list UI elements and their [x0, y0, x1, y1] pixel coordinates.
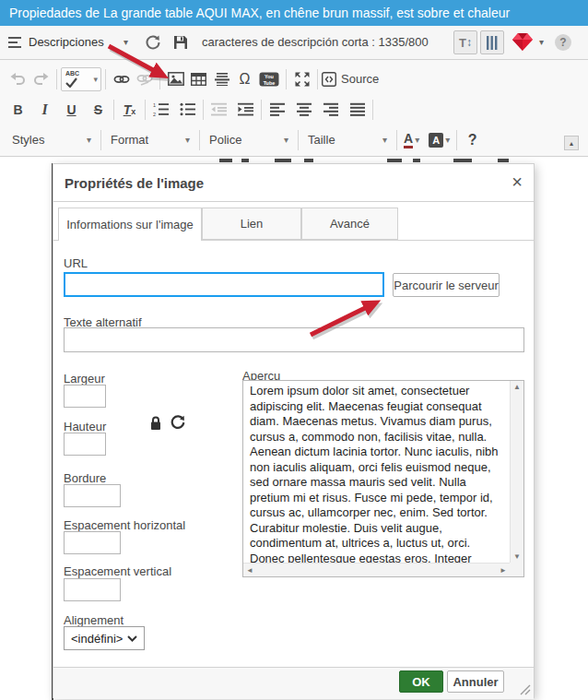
url-input[interactable]	[64, 272, 384, 297]
vertical-scrollbar[interactable]: ▲ ▼	[510, 381, 523, 563]
svg-text:1: 1	[153, 102, 156, 108]
descriptions-caret-icon[interactable]: ▾	[123, 26, 128, 59]
unlink-icon[interactable]	[133, 68, 156, 90]
editor-toolbar: ABC ▾	[0, 59, 588, 157]
link-icon[interactable]	[110, 68, 133, 90]
horizontal-rule-icon[interactable]	[210, 68, 233, 90]
gem-caret-icon[interactable]: ▾	[539, 26, 544, 59]
ok-button[interactable]: OK	[399, 670, 443, 693]
descriptions-menu-label[interactable]: Descripciones	[29, 26, 104, 59]
bold-button[interactable]: B	[6, 99, 29, 121]
toolbar-collapse-button[interactable]: ▴	[564, 136, 579, 150]
svg-text:Tube: Tube	[264, 79, 276, 85]
source-button[interactable]: Source	[322, 72, 379, 87]
scroll-right-icon[interactable]: ►	[500, 566, 507, 575]
svg-text:You: You	[265, 74, 274, 79]
image-properties-dialog: Propriétés de l'image × Informations sur…	[53, 163, 535, 698]
remove-format-button[interactable]: T x	[118, 99, 141, 121]
tab-advanced[interactable]: Avancé	[301, 208, 398, 240]
align-justify-icon[interactable]	[346, 99, 369, 121]
maximize-icon[interactable]	[290, 68, 313, 90]
alt-text-input[interactable]	[64, 327, 524, 352]
separator	[145, 100, 146, 120]
undo-icon[interactable]	[6, 68, 29, 90]
redo-icon[interactable]	[29, 68, 53, 90]
height-input[interactable]	[64, 433, 106, 456]
save-icon[interactable]	[173, 35, 188, 50]
separator	[286, 69, 287, 89]
reset-size-icon[interactable]	[171, 415, 185, 430]
caret-down-icon: ▾	[415, 135, 419, 145]
lock-ratio-icon[interactable]	[149, 415, 162, 431]
size-dropdown[interactable]: Taille ▾	[302, 129, 393, 151]
columns-button[interactable]	[480, 30, 504, 54]
resize-handle[interactable]	[519, 683, 531, 695]
app-toolbar: Descripciones ▾ caracteres de descripció…	[0, 26, 588, 59]
separator	[100, 130, 101, 150]
text-resize-button[interactable]: T ↕	[453, 30, 477, 54]
italic-button[interactable]: I	[33, 99, 56, 121]
browse-server-button[interactable]: Parcourir le serveur	[393, 273, 500, 297]
gem-icon[interactable]	[512, 32, 534, 52]
clipped-content-fragment	[304, 159, 313, 162]
image-icon[interactable]	[164, 68, 187, 90]
dialog-title: Propriétés de l'image	[65, 164, 204, 202]
styles-dropdown[interactable]: Styles ▾	[6, 129, 97, 151]
preview-text: Lorem ipsum dolor sit amet, consectetuer…	[243, 381, 510, 563]
menu-icon[interactable]	[8, 36, 23, 49]
align-center-icon[interactable]	[292, 99, 315, 121]
editor-toolbar-row-2: B I U S T x 1 2	[0, 94, 588, 125]
separator	[105, 69, 106, 89]
close-icon[interactable]: ×	[512, 172, 523, 192]
separator	[159, 69, 160, 89]
ordered-list-icon[interactable]: 1 2	[149, 99, 172, 121]
outdent-icon[interactable]	[207, 99, 230, 121]
hspace-input[interactable]	[64, 531, 121, 554]
separator	[298, 130, 299, 150]
separator	[199, 130, 200, 150]
indent-icon[interactable]	[234, 99, 257, 121]
align-right-icon[interactable]	[319, 99, 342, 121]
preview-box: Lorem ipsum dolor sit amet, consectetuer…	[242, 380, 524, 577]
vspace-input[interactable]	[64, 578, 121, 601]
window-title: Propiedades de La grande table AQUI MAX,…	[9, 6, 510, 20]
about-button[interactable]: ?	[461, 129, 484, 151]
youtube-icon[interactable]: You Tube	[256, 68, 282, 90]
border-input[interactable]	[64, 484, 121, 507]
cancel-button[interactable]: Annuler	[447, 670, 504, 693]
width-input[interactable]	[64, 385, 106, 408]
source-icon	[322, 72, 336, 87]
bg-color-button[interactable]: A ▾	[426, 133, 453, 148]
alignment-select[interactable]: <indéfini>	[64, 626, 145, 650]
editor-toolbar-row-1: ABC ▾	[0, 64, 588, 94]
horizontal-scrollbar[interactable]: ◄ ►	[243, 563, 510, 576]
text-color-button[interactable]: A ▾	[401, 132, 422, 148]
refresh-icon[interactable]	[145, 34, 161, 51]
dialog-header: Propriétés de l'image ×	[53, 164, 534, 202]
special-char-icon[interactable]: Ω	[233, 68, 256, 90]
format-dropdown[interactable]: Format ▾	[105, 129, 195, 151]
svg-text:2: 2	[153, 112, 156, 117]
strikethrough-button[interactable]: S	[87, 99, 110, 121]
font-dropdown[interactable]: Police ▾	[204, 129, 294, 151]
scroll-left-icon[interactable]: ◄	[246, 566, 253, 575]
scroll-up-icon[interactable]: ▲	[513, 383, 521, 391]
align-left-icon[interactable]	[265, 99, 288, 121]
page: Propiedades de La grande table AQUI MAX,…	[0, 0, 588, 700]
char-counter: caracteres de descripción corta : 1335/8…	[202, 26, 429, 59]
tab-image-info[interactable]: Informations sur l'image	[58, 208, 202, 241]
scroll-down-icon[interactable]: ▼	[513, 552, 521, 561]
alignment-value: <indéfini>	[71, 632, 123, 646]
bulleted-list-icon[interactable]	[176, 99, 199, 121]
help-icon[interactable]: ?	[555, 34, 571, 51]
separator	[456, 130, 457, 150]
caret-down-icon: ▾	[382, 135, 387, 145]
separator	[396, 130, 397, 150]
alignment-label: Alignement	[64, 613, 123, 627]
table-icon[interactable]	[187, 68, 210, 90]
spellcheck-button[interactable]: ABC ▾	[61, 67, 101, 91]
tab-link[interactable]: Lien	[202, 208, 301, 240]
height-label: Hauteur	[64, 420, 106, 433]
separator	[261, 100, 262, 120]
underline-button[interactable]: U	[60, 99, 83, 121]
